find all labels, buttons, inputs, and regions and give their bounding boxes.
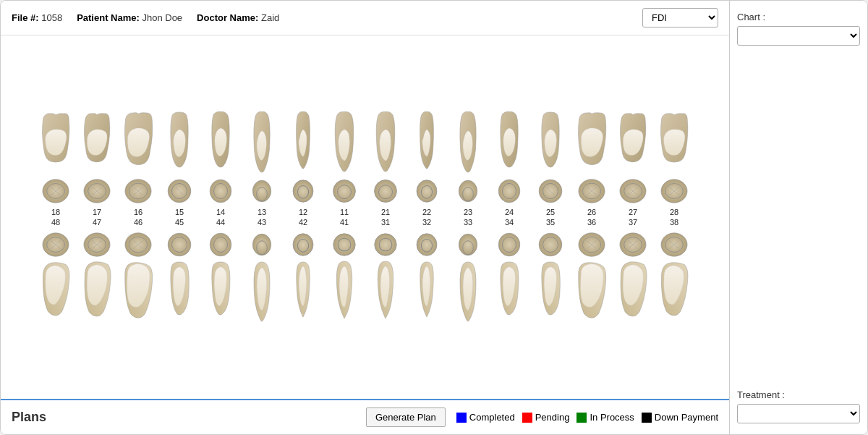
tooth-25-occlusal[interactable] xyxy=(531,177,571,205)
tooth-num-15: 1545 xyxy=(160,207,200,228)
tooth-14-crown[interactable] xyxy=(201,111,241,174)
tooth-46-crown[interactable] xyxy=(119,261,158,323)
tooth-27-crown[interactable] xyxy=(613,111,653,174)
tooth-32-crown[interactable] xyxy=(407,261,447,323)
tooth-num-12: 1242 xyxy=(284,207,323,228)
tooth-28-occlusal[interactable] xyxy=(655,177,694,205)
tooth-14-occlusal[interactable] xyxy=(201,177,241,205)
patient-info: File #: 1058 Patient Name: Jhon Doe Doct… xyxy=(12,12,279,23)
tooth-15-occlusal[interactable] xyxy=(160,177,200,205)
tooth-22-crown[interactable] xyxy=(407,111,447,174)
tooth-36-occlusal[interactable] xyxy=(572,231,612,258)
tooth-26-occlusal[interactable] xyxy=(572,177,612,205)
tooth-18-occlusal[interactable] xyxy=(36,177,76,205)
legend: Completed Pending In Process Down Paymen… xyxy=(456,412,718,423)
tooth-22-occlusal[interactable] xyxy=(407,177,447,205)
tooth-25-crown[interactable] xyxy=(531,111,571,174)
tooth-num-14: 1444 xyxy=(201,207,241,228)
tooth-34-crown[interactable] xyxy=(490,261,529,323)
tooth-27-occlusal[interactable] xyxy=(613,177,653,205)
tooth-28-crown[interactable] xyxy=(655,111,694,174)
tooth-13-crown[interactable] xyxy=(242,111,282,174)
svg-point-29 xyxy=(498,180,520,203)
tooth-32-occlusal[interactable] xyxy=(407,231,447,258)
tooth-18-crown[interactable] xyxy=(36,111,76,174)
teeth-grid: 1848 1747 1646 1545 1444 1343 1242 1141 … xyxy=(12,111,718,324)
tooth-15-crown[interactable] xyxy=(160,111,200,174)
treatment-label: Treatment : xyxy=(737,389,860,400)
tooth-11-occlusal[interactable] xyxy=(325,177,365,205)
tooth-13-occlusal[interactable] xyxy=(242,177,282,205)
completed-label: Completed xyxy=(469,412,515,423)
svg-point-66 xyxy=(333,234,355,255)
tooth-36-crown[interactable] xyxy=(572,261,612,323)
svg-point-68 xyxy=(375,234,396,255)
tooth-41-crown[interactable] xyxy=(325,261,365,323)
tooth-37-occlusal[interactable] xyxy=(613,231,653,258)
tooth-17-occlusal[interactable] xyxy=(77,177,117,205)
tooth-24-crown[interactable] xyxy=(490,111,529,174)
tooth-num-25: 2535 xyxy=(531,207,571,228)
tooth-42-occlusal[interactable] xyxy=(284,231,323,258)
svg-point-60 xyxy=(210,233,231,256)
tooth-37-crown[interactable] xyxy=(613,261,653,323)
tooth-38-crown[interactable] xyxy=(655,261,694,323)
tooth-16-crown[interactable] xyxy=(119,111,158,174)
tooth-34-occlusal[interactable] xyxy=(490,231,529,258)
tooth-46-occlusal[interactable] xyxy=(119,231,158,258)
tooth-38-occlusal[interactable] xyxy=(655,231,694,258)
tooth-17-crown[interactable] xyxy=(77,111,117,174)
tooth-numbers-row: 1848 1747 1646 1545 1444 1343 1242 1141 … xyxy=(36,207,694,228)
tooth-num-16: 1646 xyxy=(119,207,158,228)
legend-in-process: In Process xyxy=(576,412,634,423)
tooth-num-26: 2636 xyxy=(572,207,612,228)
tooth-47-crown[interactable] xyxy=(77,261,117,323)
chart-dropdown[interactable] xyxy=(737,26,860,46)
tooth-23-occlusal[interactable] xyxy=(448,177,488,205)
fdi-selector[interactable]: FDI Universal Palmer xyxy=(642,8,718,28)
tooth-31-occlusal[interactable] xyxy=(366,231,406,258)
tooth-24-occlusal[interactable] xyxy=(490,177,529,205)
tooth-12-occlusal[interactable] xyxy=(284,177,323,205)
file-label: File #: xyxy=(12,12,39,23)
down-payment-label: Down Payment xyxy=(655,412,718,423)
tooth-44-crown[interactable] xyxy=(201,261,241,323)
svg-point-62 xyxy=(252,235,271,256)
svg-point-76 xyxy=(539,233,562,256)
tooth-41-occlusal[interactable] xyxy=(325,231,365,258)
tooth-16-occlusal[interactable] xyxy=(119,177,158,205)
tooth-43-occlusal[interactable] xyxy=(242,231,282,258)
in-process-label: In Process xyxy=(590,412,634,423)
header-bar: File #: 1058 Patient Name: Jhon Doe Doct… xyxy=(1,1,729,35)
tooth-23-crown[interactable] xyxy=(448,111,488,174)
tooth-45-occlusal[interactable] xyxy=(160,231,200,258)
tooth-26-crown[interactable] xyxy=(572,111,612,174)
tooth-33-crown[interactable] xyxy=(448,261,488,323)
tooth-33-occlusal[interactable] xyxy=(448,231,488,258)
tooth-num-17: 1747 xyxy=(77,207,117,228)
tooth-31-crown[interactable] xyxy=(366,261,406,323)
tooth-42-crown[interactable] xyxy=(284,261,323,323)
right-panel: Chart : Treatment : xyxy=(730,1,867,434)
tooth-21-occlusal[interactable] xyxy=(366,177,406,205)
tooth-12-crown[interactable] xyxy=(284,111,323,174)
tooth-chart: 1848 1747 1646 1545 1444 1343 1242 1141 … xyxy=(1,35,729,399)
treatment-dropdown[interactable] xyxy=(737,404,860,423)
svg-point-72 xyxy=(459,235,477,256)
tooth-45-crown[interactable] xyxy=(160,261,200,323)
tooth-11-crown[interactable] xyxy=(325,111,365,174)
doctor-value: Zaid xyxy=(261,12,279,23)
tooth-num-11: 1141 xyxy=(325,207,365,228)
tooth-43-crown[interactable] xyxy=(242,261,282,323)
svg-point-17 xyxy=(252,180,271,202)
tooth-num-18: 1848 xyxy=(36,207,76,228)
tooth-48-occlusal[interactable] xyxy=(36,231,76,258)
tooth-21-crown[interactable] xyxy=(366,111,406,174)
generate-plan-button[interactable]: Generate Plan xyxy=(366,407,446,427)
tooth-48-crown[interactable] xyxy=(36,261,76,323)
tooth-47-occlusal[interactable] xyxy=(77,231,117,258)
tooth-35-crown[interactable] xyxy=(531,261,571,323)
tooth-44-occlusal[interactable] xyxy=(201,231,241,258)
fdi-dropdown[interactable]: FDI Universal Palmer xyxy=(642,8,718,28)
tooth-35-occlusal[interactable] xyxy=(531,231,571,258)
